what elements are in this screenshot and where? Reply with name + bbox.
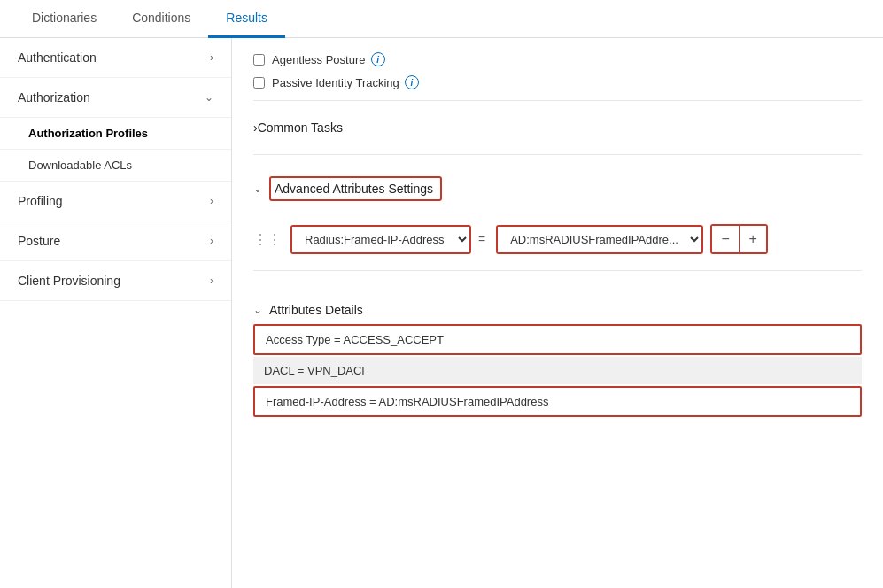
top-tabs-bar: Dictionaries Conditions Results — [0, 0, 883, 38]
detail-row-1: DACL = VPN_DACl — [253, 357, 862, 384]
passive-identity-tracking-checkbox[interactable] — [253, 77, 265, 89]
sidebar: Authentication › Authorization ⌄ Authori… — [0, 38, 232, 588]
sidebar-item-authorization[interactable]: Authorization ⌄ — [0, 78, 231, 118]
attribute-mapping-row: ⋮⋮ Radius:Framed-IP-Address = AD:msRADIU… — [253, 219, 862, 259]
common-tasks-label: Common Tasks — [258, 120, 343, 135]
chevron-right-icon-profiling: › — [210, 195, 213, 207]
chevron-right-icon-posture: › — [210, 235, 213, 247]
sidebar-subitem-downloadable-acls[interactable]: Downloadable ACLs — [0, 150, 231, 182]
sidebar-item-authorization-label: Authorization — [18, 90, 90, 104]
common-tasks-section[interactable]: › Common Tasks — [253, 112, 862, 143]
content-area: Agentless Posture i Passive Identity Tra… — [232, 38, 883, 588]
passive-identity-info-icon[interactable]: i — [405, 75, 419, 89]
sidebar-item-client-provisioning[interactable]: Client Provisioning › — [0, 261, 231, 301]
agentless-posture-checkbox[interactable] — [253, 54, 265, 66]
sidebar-subitem-authorization-profiles[interactable]: Authorization Profiles — [0, 118, 231, 150]
detail-row-0-text: Access Type = ACCESS_ACCEPT — [266, 333, 444, 346]
add-attribute-button[interactable]: + — [740, 226, 766, 252]
sidebar-item-profiling-label: Profiling — [18, 194, 63, 208]
remove-attribute-button[interactable]: − — [712, 226, 739, 252]
tab-conditions[interactable]: Conditions — [114, 0, 208, 38]
chevron-down-icon: ⌄ — [205, 91, 213, 104]
chevron-right-icon-client: › — [210, 275, 213, 287]
attributes-details-label: Attributes Details — [269, 303, 363, 317]
passive-identity-tracking-label: Passive Identity Tracking — [272, 76, 399, 89]
advanced-attributes-label-wrapper: Advanced Attributes Settings — [269, 176, 442, 201]
advanced-attributes-section-header[interactable]: ⌄ Advanced Attributes Settings — [253, 166, 862, 208]
sidebar-item-profiling[interactable]: Profiling › — [0, 182, 231, 221]
sidebar-item-posture[interactable]: Posture › — [0, 221, 231, 261]
chevron-right-icon: › — [210, 51, 213, 64]
sidebar-item-posture-label: Posture — [18, 234, 60, 248]
detail-row-2-text: Framed-IP-Address = AD:msRADIUSFramedIPA… — [266, 395, 548, 408]
agentless-posture-row: Agentless Posture i — [253, 52, 862, 66]
attributes-details-section: ⌄ Attributes Details Access Type = ACCES… — [253, 292, 862, 417]
separator-1 — [253, 100, 862, 101]
separator-2 — [253, 154, 862, 155]
tab-results[interactable]: Results — [208, 0, 285, 38]
attribute-action-buttons: − + — [710, 224, 768, 254]
sidebar-item-authentication[interactable]: Authentication › — [0, 38, 231, 78]
right-attribute-select[interactable]: AD:msRADIUSFramedIPAddre... — [498, 227, 701, 252]
attributes-details-header[interactable]: ⌄ Attributes Details — [253, 292, 862, 324]
equals-sign: = — [471, 232, 492, 246]
detail-row-0: Access Type = ACCESS_ACCEPT — [253, 324, 862, 355]
drag-handle-icon[interactable]: ⋮⋮ — [253, 231, 282, 248]
attributes-details-toggle-icon: ⌄ — [253, 304, 262, 316]
agentless-posture-label: Agentless Posture — [272, 53, 366, 66]
left-attribute-wrapper: Radius:Framed-IP-Address — [290, 225, 471, 254]
sidebar-item-client-provisioning-label: Client Provisioning — [18, 274, 120, 288]
separator-3 — [253, 270, 862, 271]
left-attribute-select[interactable]: Radius:Framed-IP-Address — [292, 227, 469, 252]
passive-identity-tracking-row: Passive Identity Tracking i — [253, 75, 862, 89]
advanced-toggle-icon: ⌄ — [253, 182, 262, 195]
sidebar-item-authentication-label: Authentication — [18, 50, 97, 65]
tab-dictionaries[interactable]: Dictionaries — [14, 0, 114, 38]
advanced-attributes-label: Advanced Attributes Settings — [275, 182, 433, 196]
agentless-posture-info-icon[interactable]: i — [371, 52, 385, 66]
detail-row-2: Framed-IP-Address = AD:msRADIUSFramedIPA… — [253, 386, 862, 417]
main-layout: Authentication › Authorization ⌄ Authori… — [0, 38, 883, 588]
right-attribute-wrapper: AD:msRADIUSFramedIPAddre... — [496, 225, 703, 254]
detail-row-1-text: DACL = VPN_DACl — [264, 364, 364, 377]
